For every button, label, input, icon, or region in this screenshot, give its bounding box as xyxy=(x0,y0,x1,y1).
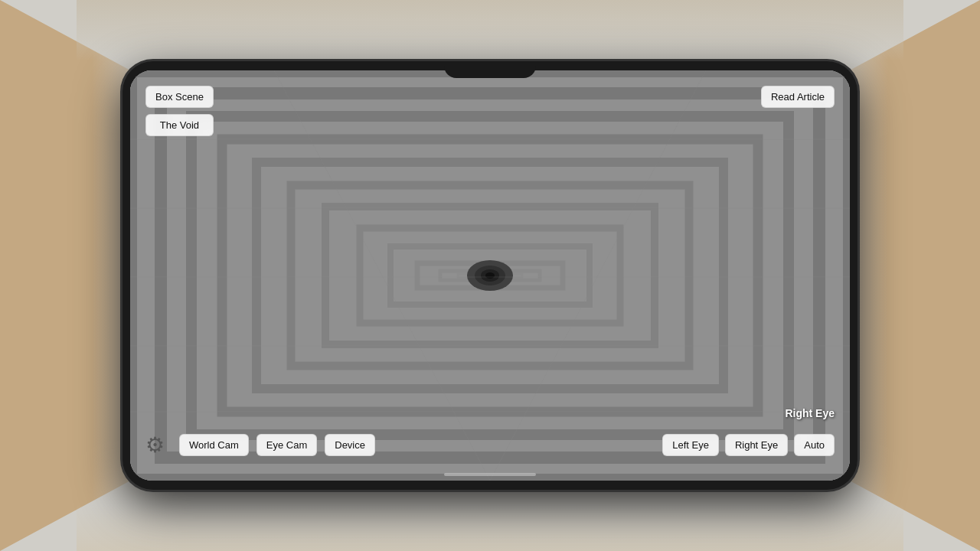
active-view-label: Right Eye xyxy=(785,407,835,419)
auto-button[interactable]: Auto xyxy=(794,434,835,456)
ui-overlay: Box Scene The Void Read Article Right Ey… xyxy=(130,70,850,481)
left-eye-button[interactable]: Left Eye xyxy=(662,434,719,456)
hand-top xyxy=(77,0,903,61)
settings-icon[interactable]: ⚙ xyxy=(145,432,172,458)
device-button[interactable]: Device xyxy=(325,434,375,456)
home-indicator xyxy=(444,473,536,476)
phone-device: Box Scene The Void Read Article Right Ey… xyxy=(122,61,858,490)
bottom-left-controls: ⚙ World Cam Eye Cam Device xyxy=(145,432,375,458)
the-void-button[interactable]: The Void xyxy=(145,114,214,136)
bottom-controls: ⚙ World Cam Eye Cam Device Left Eye Righ… xyxy=(130,432,850,458)
read-article-button[interactable]: Read Article xyxy=(761,86,835,108)
phone-notch xyxy=(444,61,536,78)
bottom-right-controls: Left Eye Right Eye Auto xyxy=(662,434,835,456)
hand-bottom xyxy=(77,505,903,551)
box-scene-button[interactable]: Box Scene xyxy=(145,86,214,108)
phone-screen: Box Scene The Void Read Article Right Ey… xyxy=(130,70,850,481)
world-cam-button[interactable]: World Cam xyxy=(179,434,249,456)
right-eye-button[interactable]: Right Eye xyxy=(725,434,788,456)
top-left-buttons: Box Scene The Void xyxy=(145,86,214,136)
eye-cam-button[interactable]: Eye Cam xyxy=(256,434,317,456)
top-right-buttons: Read Article xyxy=(761,86,835,108)
